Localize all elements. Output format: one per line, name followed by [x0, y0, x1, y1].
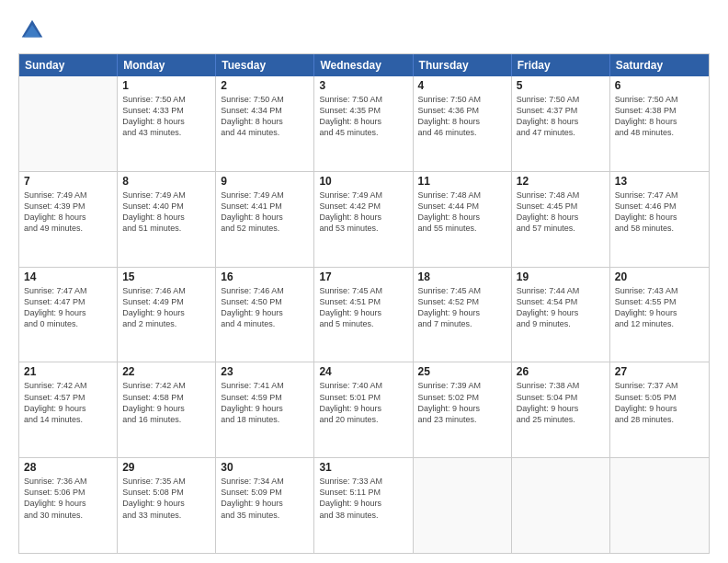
cell-info: Sunrise: 7:41 AMSunset: 4:59 PMDaylight:… [221, 380, 309, 425]
weekday-header-friday: Friday [512, 54, 610, 76]
cell-info: Sunrise: 7:49 AMSunset: 4:42 PMDaylight:… [319, 190, 407, 235]
day-cell-23: 23Sunrise: 7:41 AMSunset: 4:59 PMDayligh… [216, 362, 314, 457]
day-number: 24 [319, 365, 407, 378]
day-number: 12 [517, 175, 605, 188]
day-number: 14 [24, 270, 112, 283]
day-number: 20 [615, 270, 704, 283]
day-cell-12: 12Sunrise: 7:48 AMSunset: 4:45 PMDayligh… [512, 172, 610, 267]
day-cell-19: 19Sunrise: 7:44 AMSunset: 4:54 PMDayligh… [512, 268, 610, 362]
day-cell-25: 25Sunrise: 7:39 AMSunset: 5:02 PMDayligh… [414, 362, 512, 457]
day-number: 16 [221, 270, 309, 283]
cell-info: Sunrise: 7:50 AMSunset: 4:33 PMDaylight:… [122, 94, 210, 139]
cell-info: Sunrise: 7:33 AMSunset: 5:11 PMDaylight:… [319, 476, 407, 521]
day-cell-29: 29Sunrise: 7:35 AMSunset: 5:08 PMDayligh… [118, 458, 216, 553]
cell-info: Sunrise: 7:50 AMSunset: 4:37 PMDaylight:… [517, 94, 605, 139]
day-number: 31 [319, 461, 407, 474]
day-cell-14: 14Sunrise: 7:47 AMSunset: 4:47 PMDayligh… [19, 268, 118, 362]
day-cell-9: 9Sunrise: 7:49 AMSunset: 4:41 PMDaylight… [216, 172, 314, 267]
day-number: 26 [517, 365, 605, 378]
empty-cell [610, 458, 709, 553]
day-number: 10 [319, 175, 407, 188]
empty-cell [19, 76, 118, 171]
cell-info: Sunrise: 7:49 AMSunset: 4:41 PMDaylight:… [221, 190, 309, 235]
cell-info: Sunrise: 7:48 AMSunset: 4:45 PMDaylight:… [517, 190, 605, 235]
day-number: 30 [221, 461, 309, 474]
empty-cell [414, 458, 512, 553]
day-cell-20: 20Sunrise: 7:43 AMSunset: 4:55 PMDayligh… [610, 268, 709, 362]
day-cell-22: 22Sunrise: 7:42 AMSunset: 4:58 PMDayligh… [118, 362, 216, 457]
day-cell-1: 1Sunrise: 7:50 AMSunset: 4:33 PMDaylight… [118, 76, 216, 171]
day-number: 28 [24, 461, 112, 474]
day-number: 11 [418, 175, 506, 188]
day-number: 27 [615, 365, 704, 378]
day-cell-26: 26Sunrise: 7:38 AMSunset: 5:04 PMDayligh… [512, 362, 610, 457]
header [18, 17, 710, 44]
cell-info: Sunrise: 7:35 AMSunset: 5:08 PMDaylight:… [122, 476, 210, 521]
day-cell-17: 17Sunrise: 7:45 AMSunset: 4:51 PMDayligh… [314, 268, 413, 362]
weekday-header-monday: Monday [118, 54, 216, 76]
cell-info: Sunrise: 7:39 AMSunset: 5:02 PMDaylight:… [418, 380, 506, 425]
day-number: 21 [24, 365, 112, 378]
day-number: 9 [221, 175, 309, 188]
day-cell-31: 31Sunrise: 7:33 AMSunset: 5:11 PMDayligh… [314, 458, 413, 553]
empty-cell [512, 458, 610, 553]
day-cell-2: 2Sunrise: 7:50 AMSunset: 4:34 PMDaylight… [216, 76, 314, 171]
cell-info: Sunrise: 7:43 AMSunset: 4:55 PMDaylight:… [615, 285, 704, 330]
cell-info: Sunrise: 7:50 AMSunset: 4:34 PMDaylight:… [221, 94, 309, 139]
page: SundayMondayTuesdayWednesdayThursdayFrid… [0, 0, 728, 563]
weekday-header-tuesday: Tuesday [216, 54, 314, 76]
cell-info: Sunrise: 7:34 AMSunset: 5:09 PMDaylight:… [221, 476, 309, 521]
day-number: 2 [221, 79, 309, 92]
day-number: 3 [319, 79, 407, 92]
day-cell-27: 27Sunrise: 7:37 AMSunset: 5:05 PMDayligh… [610, 362, 709, 457]
calendar-row-0: 1Sunrise: 7:50 AMSunset: 4:33 PMDaylight… [19, 76, 709, 172]
cell-info: Sunrise: 7:46 AMSunset: 4:50 PMDaylight:… [221, 285, 309, 330]
cell-info: Sunrise: 7:50 AMSunset: 4:38 PMDaylight:… [615, 94, 704, 139]
day-number: 8 [122, 175, 210, 188]
day-cell-3: 3Sunrise: 7:50 AMSunset: 4:35 PMDaylight… [314, 76, 413, 171]
day-number: 18 [418, 270, 506, 283]
day-cell-4: 4Sunrise: 7:50 AMSunset: 4:36 PMDaylight… [414, 76, 512, 171]
day-number: 15 [122, 270, 210, 283]
day-cell-6: 6Sunrise: 7:50 AMSunset: 4:38 PMDaylight… [610, 76, 709, 171]
cell-info: Sunrise: 7:45 AMSunset: 4:52 PMDaylight:… [418, 285, 506, 330]
day-cell-15: 15Sunrise: 7:46 AMSunset: 4:49 PMDayligh… [118, 268, 216, 362]
calendar-row-1: 7Sunrise: 7:49 AMSunset: 4:39 PMDaylight… [19, 172, 709, 268]
weekday-header-wednesday: Wednesday [314, 54, 413, 76]
weekday-header-sunday: Sunday [19, 54, 118, 76]
day-number: 6 [615, 79, 704, 92]
calendar-header: SundayMondayTuesdayWednesdayThursdayFrid… [19, 54, 709, 76]
day-number: 22 [122, 365, 210, 378]
day-number: 29 [122, 461, 210, 474]
cell-info: Sunrise: 7:38 AMSunset: 5:04 PMDaylight:… [517, 380, 605, 425]
weekday-header-saturday: Saturday [610, 54, 709, 76]
calendar: SundayMondayTuesdayWednesdayThursdayFrid… [18, 53, 710, 554]
cell-info: Sunrise: 7:50 AMSunset: 4:35 PMDaylight:… [319, 94, 407, 139]
day-cell-8: 8Sunrise: 7:49 AMSunset: 4:40 PMDaylight… [118, 172, 216, 267]
cell-info: Sunrise: 7:46 AMSunset: 4:49 PMDaylight:… [122, 285, 210, 330]
logo [18, 17, 50, 44]
cell-info: Sunrise: 7:49 AMSunset: 4:40 PMDaylight:… [122, 190, 210, 235]
day-number: 7 [24, 175, 112, 188]
day-cell-13: 13Sunrise: 7:47 AMSunset: 4:46 PMDayligh… [610, 172, 709, 267]
day-number: 25 [418, 365, 506, 378]
cell-info: Sunrise: 7:42 AMSunset: 4:57 PMDaylight:… [24, 380, 112, 425]
day-cell-30: 30Sunrise: 7:34 AMSunset: 5:09 PMDayligh… [216, 458, 314, 553]
cell-info: Sunrise: 7:48 AMSunset: 4:44 PMDaylight:… [418, 190, 506, 235]
calendar-row-3: 21Sunrise: 7:42 AMSunset: 4:57 PMDayligh… [19, 362, 709, 458]
calendar-row-2: 14Sunrise: 7:47 AMSunset: 4:47 PMDayligh… [19, 268, 709, 363]
cell-info: Sunrise: 7:44 AMSunset: 4:54 PMDaylight:… [517, 285, 605, 330]
day-number: 17 [319, 270, 407, 283]
day-number: 19 [517, 270, 605, 283]
day-cell-21: 21Sunrise: 7:42 AMSunset: 4:57 PMDayligh… [19, 362, 118, 457]
day-cell-10: 10Sunrise: 7:49 AMSunset: 4:42 PMDayligh… [314, 172, 413, 267]
cell-info: Sunrise: 7:45 AMSunset: 4:51 PMDaylight:… [319, 285, 407, 330]
cell-info: Sunrise: 7:37 AMSunset: 5:05 PMDaylight:… [615, 380, 704, 425]
day-cell-11: 11Sunrise: 7:48 AMSunset: 4:44 PMDayligh… [414, 172, 512, 267]
day-cell-24: 24Sunrise: 7:40 AMSunset: 5:01 PMDayligh… [314, 362, 413, 457]
cell-info: Sunrise: 7:40 AMSunset: 5:01 PMDaylight:… [319, 380, 407, 425]
calendar-body: 1Sunrise: 7:50 AMSunset: 4:33 PMDaylight… [19, 76, 709, 553]
cell-info: Sunrise: 7:47 AMSunset: 4:46 PMDaylight:… [615, 190, 704, 235]
day-cell-18: 18Sunrise: 7:45 AMSunset: 4:52 PMDayligh… [414, 268, 512, 362]
cell-info: Sunrise: 7:50 AMSunset: 4:36 PMDaylight:… [418, 94, 506, 139]
